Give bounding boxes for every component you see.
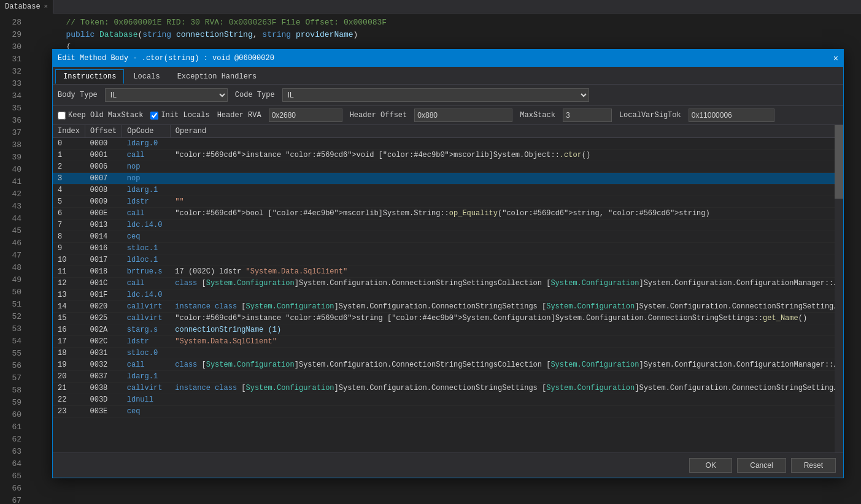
header-rva-input[interactable] [269,109,342,122]
cell-operand [170,138,843,150]
table-row[interactable]: 13 001F ldc.i4.0 [53,289,843,301]
init-locals-group: Init Locals [150,111,209,120]
cell-operand: connectionStringName (1) [170,324,843,336]
cell-index: 6 [53,208,85,220]
cell-offset: 0009 [85,196,122,208]
table-row[interactable]: 7 0013 ldc.i4.0 [53,220,843,231]
cell-index: 16 [53,324,85,336]
cell-opcode: call [122,278,171,289]
cell-operand: "color:#569cd6">bool ["color:#4ec9b0">ms… [170,208,843,220]
cell-opcode: ldstr [122,196,171,208]
table-row[interactable]: 10 0017 ldloc.1 [53,254,843,266]
scrollbar-thumb[interactable] [835,125,843,199]
table-row[interactable]: 1 0001 call "color:#569cd6">instance "co… [53,150,843,161]
table-row[interactable]: 16 002A starg.s connectionStringName (1) [53,324,843,336]
table-row[interactable]: 15 0025 callvirt "color:#569cd6">instanc… [53,313,843,324]
cell-opcode: nop [122,173,171,185]
header-index: Index [53,125,85,138]
cell-offset: 002A [85,324,122,336]
modal-title: Edit Method Body - .ctor(string) : void … [58,54,274,63]
header-offset-input[interactable] [414,109,512,122]
cell-opcode: ceq [122,231,171,243]
modal-overlay: Edit Method Body - .ctor(string) : void … [0,0,861,504]
cell-index: 7 [53,220,85,231]
cell-offset: 0001 [85,150,122,161]
cell-operand [170,231,843,243]
instructions-table-container[interactable]: Index Offset OpCode Operand 0 0000 ldarg… [53,125,843,452]
cell-opcode: ldstr [122,336,171,348]
cell-operand [170,243,843,254]
cell-operand [170,173,843,185]
cell-opcode: call [122,359,171,371]
cell-operand [170,406,843,418]
cell-opcode: ldnull [122,394,171,406]
table-row[interactable]: 5 0009 ldstr "" [53,196,843,208]
cell-operand: "color:#569cd6">instance "color:#569cd6"… [170,150,843,161]
cell-offset: 000E [85,208,122,220]
cell-opcode: ldc.i4.0 [122,289,171,301]
cell-opcode: callvirt [122,313,171,324]
cell-offset: 003D [85,394,122,406]
cell-index: 20 [53,371,85,383]
table-row[interactable]: 9 0016 stloc.1 [53,243,843,254]
keep-old-maxstack-checkbox[interactable] [58,112,66,120]
cell-opcode: call [122,150,171,161]
table-row[interactable]: 8 0014 ceq [53,231,843,243]
table-row[interactable]: 21 0038 callvirt instance class [System.… [53,383,843,394]
cell-operand: "" [170,196,843,208]
cell-offset: 0006 [85,161,122,173]
cell-operand [170,394,843,406]
cell-operand [170,161,843,173]
cell-offset: 0017 [85,254,122,266]
table-row[interactable]: 19 0032 call class [System.Configuration… [53,359,843,371]
header-opcode: OpCode [122,125,171,138]
reset-button[interactable]: Reset [791,458,836,473]
table-row[interactable]: 2 0006 nop [53,161,843,173]
init-locals-checkbox[interactable] [150,112,158,120]
cancel-button[interactable]: Cancel [737,458,786,473]
cell-offset: 0031 [85,348,122,359]
table-row[interactable]: 17 002C ldstr "System.Data.SqlClient" [53,336,843,348]
modal-close-button[interactable]: × [833,54,838,63]
cell-operand: class [System.Configuration]System.Confi… [170,278,843,289]
cell-operand [170,254,843,266]
table-row[interactable]: 0 0000 ldarg.0 [53,138,843,150]
cell-index: 12 [53,278,85,289]
table-row[interactable]: 22 003D ldnull [53,394,843,406]
cell-offset: 0032 [85,359,122,371]
body-type-label: Body Type [58,91,98,99]
tab-instructions[interactable]: Instructions [55,69,124,84]
table-row[interactable]: 20 0037 ldarg.1 [53,371,843,383]
tab-locals[interactable]: Locals [125,69,168,84]
cell-offset: 001F [85,289,122,301]
scrollbar-track[interactable] [835,125,843,452]
cell-opcode: ldarg.1 [122,371,171,383]
maxstack-input[interactable] [563,109,612,122]
body-type-select[interactable]: IL [105,88,228,102]
table-row[interactable]: 23 003E ceq [53,406,843,418]
cell-index: 9 [53,243,85,254]
table-row[interactable]: 6 000E call "color:#569cd6">bool ["color… [53,208,843,220]
code-type-select[interactable]: IL [282,88,589,102]
table-row[interactable]: 11 0018 brtrue.s 17 (002C) ldstr "System… [53,266,843,278]
edit-method-modal: Edit Method Body - .ctor(string) : void … [52,49,844,478]
cell-index: 14 [53,301,85,313]
table-row[interactable]: 12 001C call class [System.Configuration… [53,278,843,289]
cell-index: 21 [53,383,85,394]
cell-opcode: ceq [122,406,171,418]
cell-offset: 0025 [85,313,122,324]
cell-offset: 0038 [85,383,122,394]
table-row[interactable]: 4 0008 ldarg.1 [53,185,843,196]
checkbox-row: Keep Old MaxStack Init Locals Header RVA… [53,106,843,125]
table-row[interactable]: 18 0031 stloc.0 [53,348,843,359]
ok-button[interactable]: OK [689,458,732,473]
cell-offset: 0020 [85,301,122,313]
maxstack-label: MaxStack [520,111,555,120]
cell-index: 22 [53,394,85,406]
table-row[interactable]: 3 0007 nop [53,173,843,185]
table-row[interactable]: 14 0020 callvirt instance class [System.… [53,301,843,313]
cell-offset: 001C [85,278,122,289]
cell-offset: 002C [85,336,122,348]
localvarsigTok-input[interactable] [689,109,774,122]
tab-exception-handlers[interactable]: Exception Handlers [169,69,265,84]
